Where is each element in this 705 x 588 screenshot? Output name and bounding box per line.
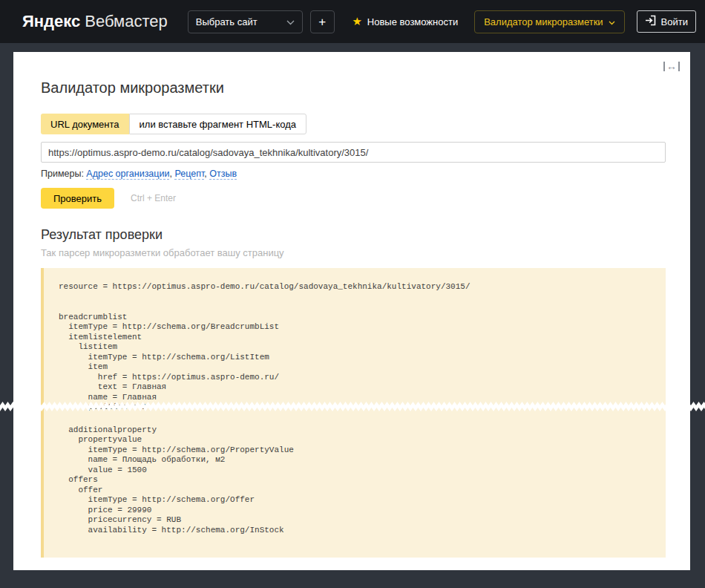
- yandex-webmaster-logo[interactable]: ЯндексВебмастер: [22, 12, 168, 31]
- example-link-review[interactable]: Отзыв: [209, 169, 237, 180]
- top-navbar: ЯндексВебмастер Выбрать сайт + ★ Новые в…: [0, 0, 705, 43]
- result-code-panel: resource = https://optimus.aspro-demo.ru…: [41, 268, 666, 558]
- login-label: Войти: [661, 16, 688, 27]
- login-button[interactable]: Войти: [637, 10, 696, 33]
- input-mode-tabs: URL документа или вставьте фрагмент HTML…: [41, 114, 666, 134]
- result-subheading: Так парсер микроразметки обработает вашу…: [41, 247, 666, 258]
- resize-width-icon[interactable]: ↔: [663, 61, 680, 71]
- validator-card: ↔ Валидатор микроразметки URL документа …: [13, 52, 690, 570]
- chevron-down-icon: [609, 16, 615, 27]
- examples-separator: ,: [204, 169, 206, 179]
- star-icon: ★: [352, 15, 361, 28]
- logo-secondary: Вебмастер: [85, 12, 167, 30]
- site-select-label: Выбрать сайт: [196, 16, 258, 27]
- validator-menu-button[interactable]: Валидатор микроразметки: [474, 10, 624, 33]
- add-site-button[interactable]: +: [310, 10, 335, 33]
- new-features-label: Новые возможности: [367, 16, 458, 27]
- examples-separator: ,: [169, 169, 171, 179]
- plus-icon: +: [318, 16, 326, 28]
- url-input[interactable]: [41, 142, 666, 163]
- tab-html-fragment[interactable]: или вставьте фрагмент HTML-кода: [129, 114, 306, 134]
- tab-url-document[interactable]: URL документа: [41, 114, 129, 134]
- parsed-microdata-block-1: resource = https://optimus.aspro-demo.ru…: [59, 282, 651, 413]
- site-select-dropdown[interactable]: Выбрать сайт: [188, 10, 303, 33]
- page-title: Валидатор микроразметки: [41, 52, 666, 97]
- navbar-right-group: ★ Новые возможности Валидатор микроразме…: [352, 10, 696, 33]
- result-heading: Результат проверки: [41, 227, 666, 243]
- code-gap: [59, 413, 651, 425]
- parsed-microdata-block-2: additionalproperty propertyvalue itemTyp…: [59, 425, 651, 536]
- examples-row: Примеры: Адрес организации, Рецепт, Отзы…: [41, 169, 666, 179]
- login-icon: [645, 15, 656, 28]
- example-link-recipe[interactable]: Рецепт: [174, 169, 204, 180]
- logo-primary: Яндекс: [22, 12, 80, 30]
- validator-menu-label: Валидатор микроразметки: [484, 16, 603, 27]
- check-button[interactable]: Проверить: [41, 188, 114, 209]
- example-link-organization-address[interactable]: Адрес организации: [86, 169, 169, 180]
- chevron-down-icon: [286, 16, 295, 27]
- keyboard-shortcut-hint: Ctrl + Enter: [131, 193, 176, 203]
- new-features-link[interactable]: ★ Новые возможности: [352, 15, 458, 28]
- examples-label: Примеры:: [41, 169, 84, 179]
- check-row: Проверить Ctrl + Enter: [41, 188, 666, 209]
